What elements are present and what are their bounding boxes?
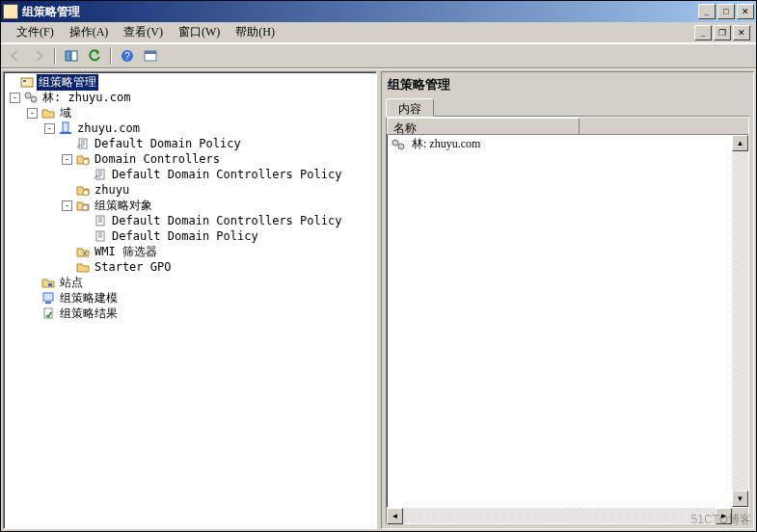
scroll-down-button[interactable]: ▼ [732,491,748,507]
menu-help[interactable]: 帮助(H) [228,22,283,42]
tree-node-label: Default Domain Controllers Policy [110,214,343,227]
sites-folder-icon [41,276,56,289]
tree-node-label: zhuyu.com [75,121,142,135]
mdi-restore-button[interactable]: ❐ [714,25,731,40]
collapse-icon[interactable]: - [44,123,55,134]
tree-node-gpo-ddp[interactable]: Default Domain Policy [6,228,374,244]
svg-rect-22 [45,302,51,304]
tree-node-gp-modeling[interactable]: 组策略建模 [6,290,374,306]
scroll-left-button[interactable]: ◄ [387,508,403,524]
tree-node-zhuyu-ou[interactable]: zhuyu [6,182,374,198]
toolbar-show-hide-tree-button[interactable] [61,45,82,66]
gpm-root-icon [19,75,35,89]
svg-text:?: ? [124,51,130,62]
mdi-minimize-button[interactable]: _ [694,25,712,40]
tree-node-label: Default Domain Policy [93,137,243,150]
svg-point-16 [83,190,89,196]
details-list: 名称 林: zhuyu.com ▲ ▼ ◄ ► [386,117,749,524]
collapse-icon[interactable]: - [10,93,20,103]
svg-rect-17 [83,205,88,210]
gpo-link-icon [75,137,91,150]
maximize-button[interactable]: □ [717,4,735,19]
svg-point-9 [31,96,37,102]
domains-folder-icon [41,106,56,120]
gp-results-icon [41,306,56,320]
toolbar-forward-button[interactable] [28,45,49,66]
list-item[interactable]: 林: zhuyu.com [387,135,748,153]
column-header-name[interactable]: 名称 [387,118,580,134]
tree-node-domain-controllers-ou[interactable]: - Domain Controllers [6,151,374,167]
tree-node-label: 组策略对象 [93,198,154,214]
toolbar-back-button[interactable] [5,45,26,66]
title-bar: 组策略管理 _ □ ✕ [1,1,756,22]
window-title: 组策略管理 [22,4,698,20]
tree-node-label: Default Domain Controllers Policy [110,168,343,181]
minimize-button[interactable]: _ [698,4,716,19]
ou-folder-icon [75,152,91,166]
tree-node-label: 组策略管理 [37,74,98,91]
toolbar-properties-button[interactable] [140,45,161,66]
collapse-icon[interactable]: - [62,154,72,165]
forward-arrow-icon [32,49,45,63]
svg-point-24 [392,140,398,146]
tree[interactable]: 组策略管理 - 林: zhuyu.com - 域 - [4,72,376,323]
refresh-icon [88,49,101,63]
close-button[interactable]: ✕ [737,4,754,19]
list-body[interactable]: 林: zhuyu.com [387,135,748,507]
svg-rect-6 [21,78,33,87]
tree-node-gp-results[interactable]: 组策略结果 [6,306,374,321]
tree-node-sites[interactable]: 站点 [6,275,374,290]
tree-node-wmi-filters[interactable]: WMI 筛选器 [6,244,374,259]
app-window: 组策略管理 _ □ ✕ 文件(F) 操作(A) 查看(V) 窗口(W) 帮助(H… [0,0,757,532]
svg-rect-5 [145,51,156,54]
tree-node-root[interactable]: 组策略管理 [6,74,374,90]
mdi-close-button[interactable]: ✕ [733,25,750,40]
svg-line-10 [30,96,32,98]
column-header-row: 名称 [387,118,748,135]
tab-content[interactable]: 内容 [386,98,434,117]
tree-node-gpo-container[interactable]: - 组策略对象 [6,198,374,213]
svg-rect-0 [66,51,70,61]
svg-rect-20 [48,283,52,286]
gpo-icon [93,214,108,227]
menu-file[interactable]: 文件(F) [9,22,62,42]
gpo-icon [93,229,108,243]
tree-node-gpo-ddcp[interactable]: Default Domain Controllers Policy [6,213,374,228]
svg-rect-1 [71,51,77,61]
toolbar-separator [110,47,112,65]
ou-folder-icon [75,183,91,197]
tree-node-label: 组策略建模 [58,290,120,306]
watermark: 51CTO博客 [691,512,751,528]
forest-icon [391,138,406,151]
starter-gpo-folder-icon [75,260,91,274]
properties-icon [144,49,157,63]
menu-view[interactable]: 查看(V) [116,22,171,42]
tree-node-label: 组策略结果 [58,306,120,322]
gpo-container-icon [75,199,91,212]
toolbar: ? [1,43,756,68]
scroll-up-button[interactable]: ▲ [732,135,748,151]
tree-node-label: 站点 [58,275,85,291]
scroll-track[interactable] [403,508,716,523]
svg-point-14 [83,159,89,165]
toolbar-separator [54,47,56,65]
tree-node-label: WMI 筛选器 [93,244,159,260]
toolbar-refresh-button[interactable] [84,45,105,66]
menu-window[interactable]: 窗口(W) [171,22,228,42]
tree-node-domain[interactable]: - zhuyu.com [6,120,374,136]
collapse-icon[interactable]: - [62,200,72,211]
scroll-track[interactable] [732,151,748,491]
collapse-icon[interactable]: - [27,108,38,119]
tree-node-forest[interactable]: - 林: zhuyu.com [6,90,374,105]
svg-point-8 [25,93,31,98]
vertical-scrollbar[interactable]: ▲ ▼ [732,135,748,507]
menu-action[interactable]: 操作(A) [62,22,117,42]
tree-node-default-domain-policy[interactable]: Default Domain Policy [6,136,374,151]
tree-node-domains[interactable]: - 域 [6,105,374,120]
toolbar-help-button[interactable]: ? [117,45,138,66]
tree-panel: 组策略管理 - 林: zhuyu.com - 域 - [3,71,377,529]
tree-node-default-dc-policy[interactable]: Default Domain Controllers Policy [6,167,374,182]
tree-node-label: 域 [58,105,73,121]
tree-node-starter-gpo[interactable]: Starter GPO [6,259,374,275]
domain-icon [58,121,73,135]
